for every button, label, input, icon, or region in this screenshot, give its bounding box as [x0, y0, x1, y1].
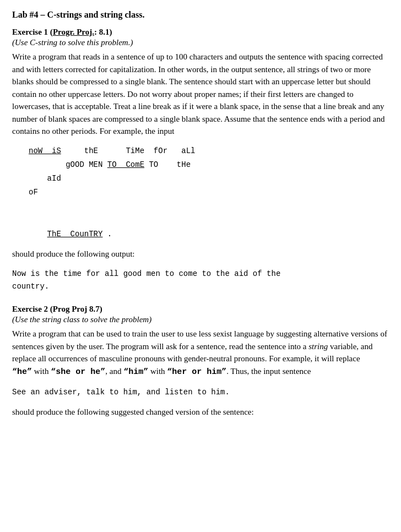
- code-line-6: [29, 213, 389, 227]
- code-line-5: [29, 199, 389, 213]
- code-line-1: noW iS thE TiMe fOr aLl: [29, 144, 389, 158]
- exercise1-section: Exercise 1 (Progr. Proj.: 8.1) (Use C-st…: [12, 28, 389, 292]
- exercise2-input-sentence: See an adviser, talk to him, and listen …: [12, 386, 389, 398]
- code-line-3: aId: [29, 172, 389, 186]
- exercise2-body1-italic: string: [308, 342, 328, 351]
- exercise2-with: with: [34, 367, 51, 376]
- exercise1-output-block: Now is the time for all good men to come…: [12, 268, 389, 292]
- exercise2-he: “he”: [12, 367, 32, 376]
- exercise1-should-produce: should produce the following output:: [12, 248, 389, 260]
- code-line-7: ThE CounTRY .: [29, 227, 389, 241]
- exercise1-body: Write a program that reads in a sentence…: [12, 51, 389, 138]
- exercise2-she-or-he: “she or he”: [51, 367, 105, 376]
- exercise2-body1: Write a program that can be used to trai…: [12, 328, 389, 378]
- exercise2-title: Exercise 2 (Prog Proj 8.7): [12, 305, 389, 314]
- exercise1-title-link: Progr. Proj.: [53, 28, 94, 36]
- exercise2-comma: , and: [105, 367, 123, 376]
- exercise1-subtitle: (Use C-string to solve this problem.): [12, 38, 389, 47]
- exercise2-him: “him”: [123, 367, 148, 376]
- exercise1-title-prefix: Exercise 1 (: [12, 28, 53, 36]
- exercise2-her-or-him: “her or him”: [167, 367, 226, 376]
- exercise2-cont: . Thus, the input sentence: [226, 367, 311, 376]
- code-word-now-is: noW iS: [29, 146, 61, 155]
- exercise2-section: Exercise 2 (Prog Proj 8.7) (Use the stri…: [12, 305, 389, 419]
- exercise2-should-produce: should produce the following suggested c…: [12, 406, 389, 419]
- exercise2-with2: with: [150, 367, 167, 376]
- exercise1-title: Exercise 1 (Progr. Proj.: 8.1): [12, 28, 389, 37]
- output-line-1: Now is the time for all good men to come…: [12, 268, 389, 280]
- exercise1-code-block: noW iS thE TiMe fOr aLl gOOD MEN TO ComE…: [29, 144, 389, 241]
- code-line-4: oF: [29, 186, 389, 199]
- code-word-to-come: TO ComE: [107, 160, 144, 169]
- exercise1-title-suffix: : 8.1): [94, 28, 112, 36]
- output-line-2: country.: [12, 280, 389, 292]
- code-line-2: gOOD MEN TO ComE TO tHe: [29, 158, 389, 172]
- code-word-the-country: ThE CounTRY: [47, 230, 103, 238]
- exercise2-subtitle: (Use the string class to solve the probl…: [12, 315, 389, 324]
- lab-title: Lab #4 – C-strings and string class.: [12, 10, 389, 20]
